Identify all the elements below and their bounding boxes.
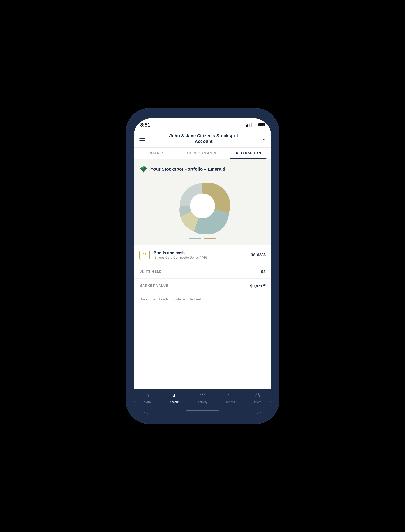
nav-deposit-label: Deposit — [225, 400, 235, 404]
status-bar: 8:51 ∿ — [134, 118, 271, 130]
tab-performance[interactable]: PERFORMANCE — [180, 148, 226, 159]
scroll-dot-2 — [204, 238, 216, 239]
svg-rect-7 — [176, 393, 176, 397]
header: John & Jane Citizen's Stockspot Account … — [134, 130, 271, 148]
market-value-row: MARKET VALUE $9,87160 — [134, 279, 271, 293]
nav-activity-label: Activity — [198, 400, 207, 404]
portfolio-section: Your Stockspot Portfolio – Emerald — [134, 159, 271, 245]
nav-invite[interactable]: Invite — [244, 392, 271, 404]
tab-charts[interactable]: CHARTS — [134, 148, 180, 159]
nav-activity[interactable]: Activity — [189, 392, 216, 404]
nav-deposit[interactable]: $+ Deposit — [216, 392, 244, 404]
tab-bar: CHARTS PERFORMANCE ALLOCATION — [134, 148, 271, 159]
asset-icon: % — [139, 250, 150, 260]
svg-rect-5 — [173, 395, 174, 397]
nav-account-label: Account — [169, 400, 180, 404]
home-indicator — [134, 408, 271, 414]
asset-percentage: 38.63% — [250, 252, 266, 258]
card-section: % Bonds and cash iShares Core Composite … — [134, 245, 271, 389]
home-icon: ⌂ — [146, 392, 149, 399]
donut-chart — [174, 178, 231, 234]
nav-home[interactable]: ⌂ Home — [134, 392, 161, 403]
market-value-value: $9,87160 — [250, 283, 266, 288]
home-bar — [186, 410, 219, 411]
asset-icon-symbol: % — [142, 252, 147, 258]
menu-button[interactable] — [139, 137, 145, 141]
bottom-nav: ⌂ Home Account A — [134, 389, 271, 408]
asset-name: Bonds and cash — [154, 250, 247, 255]
scroll-dot-1 — [189, 238, 201, 239]
status-icons: ∿ — [246, 122, 265, 127]
signal-icon — [246, 123, 252, 127]
phone-outer: 8:51 ∿ John & Jane Citizen's Stockspot A… — [126, 108, 279, 424]
units-held-label: UNITS HELD — [139, 270, 162, 273]
portfolio-title: Your Stockspot Portfolio – Emerald — [151, 166, 225, 172]
diamond-icon — [139, 165, 148, 173]
account-icon — [172, 392, 178, 399]
svg-point-4 — [190, 193, 215, 218]
dropdown-button[interactable]: ⌄ — [262, 136, 266, 141]
activity-icon — [200, 392, 205, 399]
nav-home-label: Home — [143, 400, 151, 403]
market-value-label: MARKET VALUE — [139, 284, 169, 288]
asset-info: Bonds and cash iShares Core Composite Bo… — [154, 250, 247, 259]
scroll-indicators — [189, 238, 216, 239]
battery-icon — [258, 123, 265, 126]
asset-sub: iShares Core Composite Bonds (IAF) — [154, 256, 247, 259]
invite-icon — [255, 392, 260, 399]
tab-allocation[interactable]: ALLOCATION — [225, 148, 271, 159]
portfolio-header: Your Stockspot Portfolio – Emerald — [139, 165, 225, 173]
units-held-row: UNITS HELD 92 — [134, 265, 271, 279]
account-title: John & Jane Citizen's Stockspot Account — [169, 133, 238, 145]
description-preview: Government bonds provide reliable fixed.… — [134, 293, 271, 306]
wifi-icon: ∿ — [253, 122, 257, 127]
content-area: Your Stockspot Portfolio – Emerald — [134, 159, 271, 389]
nav-account[interactable]: Account — [161, 392, 189, 404]
asset-item[interactable]: % Bonds and cash iShares Core Composite … — [134, 245, 271, 265]
svg-point-10 — [257, 396, 258, 396]
svg-rect-6 — [174, 394, 175, 397]
status-time: 8:51 — [140, 122, 150, 128]
svg-marker-3 — [140, 166, 144, 168]
nav-invite-label: Invite — [254, 400, 261, 404]
svg-text:$+: $+ — [228, 393, 232, 397]
units-held-value: 92 — [261, 269, 266, 274]
phone-body: 8:51 ∿ John & Jane Citizen's Stockspot A… — [134, 118, 271, 414]
deposit-icon: $+ — [227, 392, 233, 399]
